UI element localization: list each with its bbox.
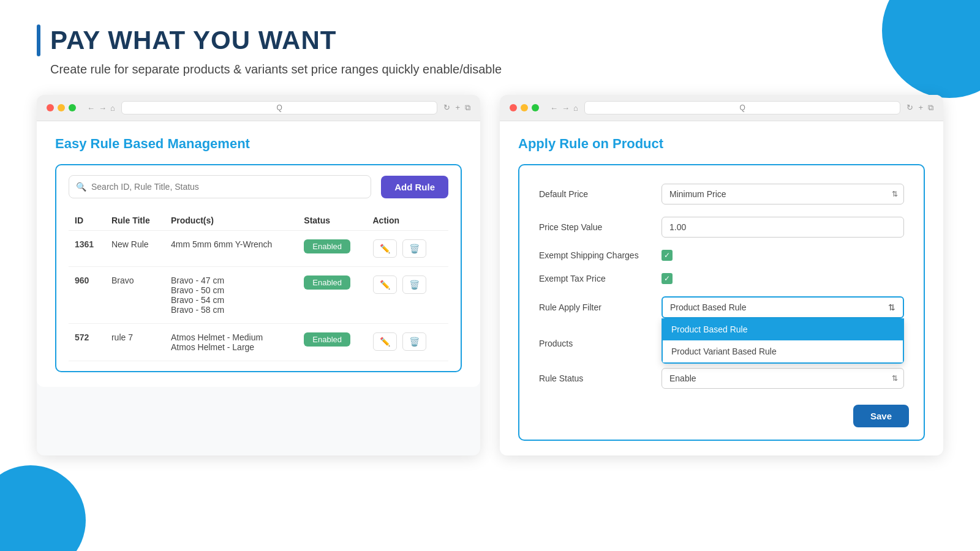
products-label: Products [534,324,657,362]
edit-button[interactable]: ✏️ [373,332,397,351]
rule-apply-filter-selected[interactable]: Product Based Rule ⇅ [662,296,904,318]
default-price-select[interactable]: Minimum Price Maximum Price Fixed Price [662,184,904,204]
rule-id[interactable]: 960 [69,267,105,324]
delete-button[interactable]: 🗑️ [402,276,426,294]
dot-yellow-2 [521,104,528,111]
rule-actions: ✏️ 🗑️ [367,267,449,324]
rule-actions: ✏️ 🗑️ [367,231,449,267]
right-browser-toolbar: ← → ⌂ Q ↻ + ⧉ [500,95,943,121]
rule-status-cell: Enable Disable ⇅ [657,362,909,395]
refresh-icon-2[interactable]: ↻ [907,103,913,113]
price-step-label: Price Step Value [534,211,657,244]
table-row: 960BravoBravo - 47 cmBravo - 50 cmBravo … [69,267,448,324]
price-step-row: Price Step Value [534,211,909,244]
rule-id[interactable]: 1361 [69,231,105,267]
rule-id[interactable]: 572 [69,324,105,361]
rule-status-select[interactable]: Enable Disable [662,368,904,389]
rule-status: Enabled [298,324,366,361]
table-row: 1361New Rule4mm 5mm 6mm Y-WrenchEnabled … [69,231,448,267]
default-price-wrapper: Minimum Price Maximum Price Fixed Price … [662,184,904,204]
exempt-tax-row: Exempt Tax Price ✓ [534,267,909,290]
nav-forward[interactable]: → [99,103,107,113]
panels-container: ← → ⌂ Q ↻ + ⧉ Easy Rule Based Management [37,95,943,455]
left-browser-window: ← → ⌂ Q ↻ + ⧉ Easy Rule Based Management [37,95,480,455]
default-price-cell: Minimum Price Maximum Price Fixed Price … [657,178,909,211]
status-badge: Enabled [304,239,350,253]
right-browser-window: ← → ⌂ Q ↻ + ⧉ Apply Rule on Product [500,95,943,455]
rule-status: Enabled [298,267,366,324]
right-browser-url-bar[interactable]: Q [584,101,901,114]
nav-home[interactable]: ⌂ [110,103,115,113]
rule-title: New Rule [105,231,165,267]
page-subtitle: Create rule for separate products & vari… [50,62,943,77]
rule-status: Enabled [298,231,366,267]
nav-home-2[interactable]: ⌂ [573,103,578,113]
price-step-cell [657,211,909,244]
exempt-shipping-checkbox[interactable]: ✓ [662,250,673,261]
table-row: 572rule 7Atmos Helmet - MediumAtmos Helm… [69,324,448,361]
form-table: Default Price Minimum Price Maximum Pric… [534,178,909,395]
dot-yellow [58,104,65,111]
rule-apply-filter-label: Rule Apply Filter [534,290,657,324]
browser-nav: ← → ⌂ [87,103,115,113]
rule-title: rule 7 [105,324,165,361]
edit-button[interactable]: ✏️ [373,276,397,294]
rule-apply-filter-row: Rule Apply Filter Product Based Rule ⇅ [534,290,909,324]
header-accent-bar [37,24,40,56]
rule-search-row: 🔍 Add Rule [69,175,448,198]
search-icon: 🔍 [76,182,86,192]
window-icon-2[interactable]: ⧉ [928,103,933,113]
page-title: PAY WHAT YOU WANT [50,26,336,55]
exempt-tax-checkbox[interactable]: ✓ [662,273,673,284]
nav-back[interactable]: ← [87,103,95,113]
status-badge: Enabled [304,276,350,290]
delete-button[interactable]: 🗑️ [402,332,426,351]
left-browser-toolbar: ← → ⌂ Q ↻ + ⧉ [37,95,480,121]
default-price-row: Default Price Minimum Price Maximum Pric… [534,178,909,211]
dot-red [47,104,54,111]
exempt-shipping-label: Exempt Shipping Charges [534,244,657,267]
right-browser-nav: ← → ⌂ [550,103,578,113]
dropdown-item-variant-based[interactable]: Product Variant Based Rule [663,340,903,362]
exempt-shipping-cell: ✓ [657,244,909,267]
left-panel-title: Easy Rule Based Management [55,136,462,152]
left-panel-inner: 🔍 Add Rule ID Rule Title Product(s) [55,164,462,372]
browser-actions: ↻ + ⧉ [443,103,470,113]
nav-forward-2[interactable]: → [562,103,570,113]
search-input[interactable] [69,175,371,198]
rule-title: Bravo [105,267,165,324]
add-rule-button[interactable]: Add Rule [381,176,448,198]
rule-apply-filter-arrow: ⇅ [888,302,895,312]
price-step-input[interactable] [662,217,904,238]
default-price-label: Default Price [534,178,657,211]
right-panel-inner: Default Price Minimum Price Maximum Pric… [518,164,925,441]
rules-table: ID Rule Title Product(s) Status Action 1… [69,211,448,361]
save-button[interactable]: Save [853,405,909,427]
nav-back-2[interactable]: ← [550,103,558,113]
dropdown-item-product-based[interactable]: Product Based Rule [663,318,903,340]
exempt-tax-checkbox-wrapper: ✓ [662,273,904,284]
exempt-shipping-row: Exempt Shipping Charges ✓ [534,244,909,267]
browser-url-bar[interactable]: Q [121,101,438,114]
status-badge: Enabled [304,332,350,347]
new-tab-icon-2[interactable]: + [918,103,923,113]
rule-apply-filter-dropdown: Product Based Rule ⇅ Product Based Rule … [662,296,904,318]
exempt-shipping-checkbox-wrapper: ✓ [662,250,904,261]
window-icon[interactable]: ⧉ [465,103,470,113]
rule-apply-filter-popup: Product Based Rule Product Variant Based… [662,318,904,364]
rule-status-wrapper: Enable Disable ⇅ [662,368,904,389]
col-products: Product(s) [165,211,298,231]
exempt-tax-label: Exempt Tax Price [534,267,657,290]
delete-button[interactable]: 🗑️ [402,239,426,258]
header-section: PAY WHAT YOU WANT Create rule for separa… [37,24,943,77]
rule-status-row: Rule Status Enable Disable ⇅ [534,362,909,395]
rule-status-label: Rule Status [534,362,657,395]
browser-dots [47,104,76,111]
left-browser-body: Easy Rule Based Management 🔍 Add Rule [37,121,480,387]
edit-button[interactable]: ✏️ [373,239,397,258]
new-tab-icon[interactable]: + [455,103,460,113]
rule-products: Bravo - 47 cmBravo - 50 cmBravo - 54 cmB… [165,267,298,324]
right-browser-actions: ↻ + ⧉ [907,103,933,113]
dot-green [69,104,76,111]
refresh-icon[interactable]: ↻ [443,103,450,113]
